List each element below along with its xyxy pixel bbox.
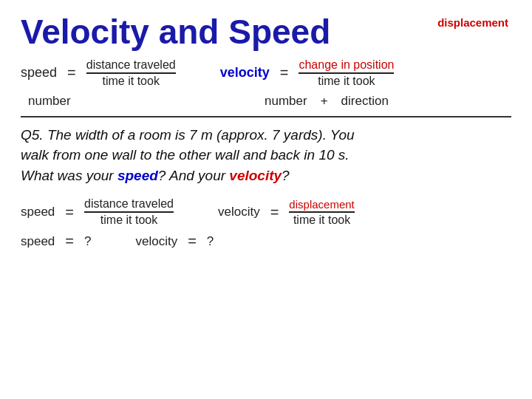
velocity-qm-equals: = <box>188 233 197 250</box>
question-line1: Q5. The width of a room is 7 m (approx. … <box>21 127 355 143</box>
divider <box>21 116 511 117</box>
bottom-speed-denominator: time it took <box>100 213 157 227</box>
question-line3-pre: What was your <box>21 168 117 183</box>
bottom-speed-numerator: distance traveled <box>84 197 174 213</box>
speed-equals: = <box>67 64 76 81</box>
speed-label: speed <box>21 65 57 81</box>
velocity-qm-label: velocity <box>135 234 177 249</box>
bottom-velocity-numerator: displacement <box>289 198 354 213</box>
bottom-section: speed = distance traveled time it took v… <box>21 197 511 250</box>
question-velocity-word: velocity <box>229 168 282 183</box>
bottom-velocity-formula: velocity = displacement time it took <box>218 198 355 227</box>
number-row: number number + direction <box>21 94 511 109</box>
question-line2: walk from one wall to the other wall and… <box>21 147 349 163</box>
direction-label: direction <box>341 94 389 109</box>
number-right: number + direction <box>265 94 389 109</box>
bottom-speed-formula: speed = distance traveled time it took <box>21 197 174 227</box>
displacement-top-label: displacement <box>437 16 508 29</box>
question-text: Q5. The width of a room is 7 m (approx. … <box>21 125 511 186</box>
question-line3-post: ? <box>282 168 290 183</box>
velocity-label: velocity <box>220 65 270 81</box>
bottom-speed-equals: = <box>65 204 74 221</box>
question-speed-word: speed <box>117 168 158 183</box>
speed-qm-label: speed <box>21 234 55 249</box>
velocity-qm-block: velocity = ? <box>135 233 214 250</box>
bottom-formula-row: speed = distance traveled time it took v… <box>21 197 511 227</box>
bottom-speed-label: speed <box>21 205 55 219</box>
number-left: number <box>28 94 176 109</box>
formulas-row: speed = distance traveled time it took v… <box>21 58 511 88</box>
bottom-velocity-denominator: time it took <box>293 213 350 227</box>
bottom-velocity-label: velocity <box>218 205 260 219</box>
speed-qm-block: speed = ? <box>21 233 91 250</box>
bottom-speed-fraction: distance traveled time it took <box>84 197 174 227</box>
speed-formula: speed = distance traveled time it took <box>21 58 176 88</box>
speed-denominator: time it took <box>103 74 160 88</box>
velocity-fraction: change in position time it took <box>299 58 394 88</box>
speed-qm-value: ? <box>84 234 91 249</box>
speed-fraction: distance traveled time it took <box>86 58 176 88</box>
question-line3-mid: ? And your <box>158 168 229 183</box>
velocity-numerator: change in position <box>299 58 394 74</box>
velocity-denominator: time it took <box>318 74 375 88</box>
velocity-qm-value: ? <box>207 234 214 249</box>
question-mark-row: speed = ? velocity = ? <box>21 233 511 250</box>
speed-qm-equals: = <box>65 233 74 250</box>
plus-sign: + <box>321 94 328 109</box>
velocity-equals: = <box>280 64 289 81</box>
bottom-velocity-equals: = <box>270 204 279 221</box>
page: Velocity and Speed displacement speed = … <box>0 0 532 399</box>
speed-numerator: distance traveled <box>86 58 176 74</box>
velocity-formula: velocity = change in position time it to… <box>220 58 395 88</box>
number-right-label: number <box>265 94 307 109</box>
bottom-velocity-fraction: displacement time it took <box>289 198 354 227</box>
